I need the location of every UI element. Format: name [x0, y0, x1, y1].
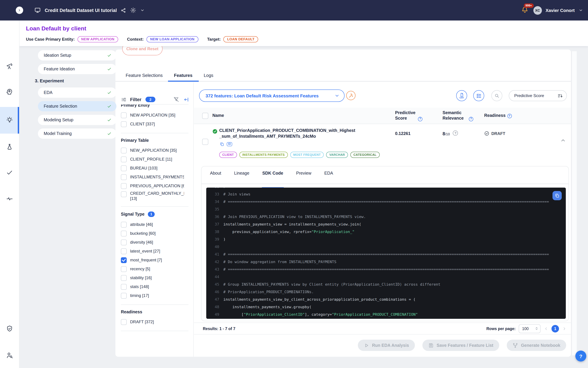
checkbox[interactable]: [121, 183, 127, 189]
save-features-button[interactable]: Save Features / Feature List: [422, 340, 499, 351]
relevance-help-icon[interactable]: ?: [453, 130, 458, 136]
column-header-predictive-score[interactable]: Predictive Score?: [395, 110, 422, 121]
telescope-icon[interactable]: [0, 59, 19, 74]
tab-feature-selections[interactable]: Feature Selections: [126, 69, 163, 81]
filter-option[interactable]: CLIENT_PROFILE [11]: [121, 155, 188, 164]
sidebar-expand-button[interactable]: [16, 7, 23, 14]
checkbox[interactable]: [121, 174, 127, 180]
collapse-row-chevron-icon[interactable]: [560, 137, 566, 144]
monitor-icon: [34, 7, 41, 14]
run-eda-analysis-button[interactable]: Run EDA Analysis: [358, 340, 415, 351]
rows-per-page-select[interactable]: 100: [519, 324, 541, 333]
copy-code-button[interactable]: [552, 191, 562, 200]
filter-option[interactable]: NEW_APPLICATION [35]: [121, 146, 188, 155]
next-page-button[interactable]: [562, 326, 567, 331]
checkbox-checked[interactable]: [121, 257, 127, 263]
chevron-down-icon[interactable]: [140, 8, 145, 13]
filter-option[interactable]: DRAFT [372]: [121, 317, 188, 326]
step-item-eda[interactable]: EDA: [38, 87, 116, 98]
select-all-checkbox[interactable]: [202, 113, 208, 119]
checkbox[interactable]: [121, 293, 127, 299]
prev-page-button[interactable]: [543, 326, 548, 331]
filter-option[interactable]: INSTALLMENTS_PAYMENTS: [121, 173, 188, 181]
sort-selector[interactable]: Predictive Score: [509, 90, 567, 101]
filter-option[interactable]: latest_event [27]: [121, 247, 188, 256]
filter-option[interactable]: NEW APPLICATION [35]: [121, 111, 188, 120]
detail-tab-lineage[interactable]: Lineage: [234, 171, 249, 184]
detail-tab-eda[interactable]: EDA: [324, 171, 333, 184]
column-header-name[interactable]: Name: [212, 113, 253, 118]
column-help-icon[interactable]: ?: [469, 117, 473, 121]
filter-option[interactable]: CREDIT_CARD_MONTHLY_B [13]: [121, 190, 188, 202]
checkbox[interactable]: [121, 121, 127, 127]
magic-wand-button[interactable]: [346, 91, 356, 100]
filter-option[interactable]: BUREAU [103]: [121, 164, 188, 173]
filter-option-label: stats [148]: [130, 284, 149, 289]
checkbox[interactable]: [121, 248, 127, 254]
current-page-button[interactable]: 1: [552, 325, 559, 332]
column-help-icon[interactable]: ?: [507, 114, 512, 118]
filter-option[interactable]: diversity [46]: [121, 238, 188, 247]
checkbox[interactable]: [121, 275, 127, 281]
table-row[interactable]: CLIENT_PriorApplication_PRODUCT_COMBINAT…: [194, 124, 571, 166]
brain-gear-icon[interactable]: [0, 84, 19, 99]
step-item-ideation-setup[interactable]: Ideation Setup: [38, 50, 116, 60]
flask-icon[interactable]: [0, 139, 19, 155]
search-button[interactable]: [491, 90, 502, 101]
filter-option[interactable]: timing [17]: [121, 291, 188, 300]
detail-tab-preview[interactable]: Preview: [296, 171, 312, 184]
checkbox[interactable]: [121, 191, 127, 197]
notifications-bell-icon[interactable]: 999+: [521, 6, 530, 15]
filter-option[interactable]: CLIENT [337]: [121, 120, 188, 129]
filter-option[interactable]: stability [16]: [121, 273, 188, 282]
user-menu-chevron-icon[interactable]: [579, 8, 583, 13]
checkbox[interactable]: [121, 239, 127, 245]
filter-option[interactable]: recency [5]: [121, 265, 188, 273]
check-icon[interactable]: [0, 165, 19, 180]
filter-option[interactable]: most_frequent [7]: [121, 256, 188, 265]
feature-list-dropdown[interactable]: 372 features: Loan Default Risk Assessme…: [199, 90, 345, 102]
feature-name[interactable]: CLIENT_PriorApplication_PRODUCT_COMBINAT…: [219, 128, 356, 139]
checkbox[interactable]: [121, 319, 127, 325]
filter-option[interactable]: attribute [46]: [121, 220, 188, 229]
checkbox[interactable]: [121, 222, 127, 228]
column-help-icon[interactable]: ?: [418, 117, 422, 121]
step-item-model-training[interactable]: Model Training: [38, 129, 116, 139]
detail-tab-about[interactable]: About: [210, 171, 221, 184]
detail-tab-sdk-code[interactable]: SDK Code: [262, 171, 283, 184]
step-item-modeling-setup[interactable]: Modeling Setup: [38, 115, 116, 125]
column-header-semantic-relevance[interactable]: Semantic Relevance?: [443, 110, 475, 121]
checkbox[interactable]: [121, 284, 127, 290]
clear-filter-icon[interactable]: [173, 96, 179, 102]
checkbox[interactable]: [121, 231, 127, 236]
share-icon[interactable]: [121, 7, 126, 13]
filter-option[interactable]: bucketing [60]: [121, 229, 188, 238]
scrollbar-track[interactable]: [572, 51, 577, 355]
shield-check-icon[interactable]: [0, 321, 19, 336]
export-csv-button[interactable]: CSV: [456, 90, 467, 101]
avatar[interactable]: XC: [533, 6, 542, 15]
filter-option[interactable]: stats [148]: [121, 282, 188, 291]
checkbox[interactable]: [121, 112, 127, 118]
step-item-feature-selection[interactable]: Feature Selection: [38, 101, 116, 111]
copy-icon[interactable]: [220, 142, 224, 147]
checkbox[interactable]: [121, 165, 127, 171]
tab-logs[interactable]: Logs: [204, 69, 213, 81]
checkbox[interactable]: [121, 156, 127, 162]
filter-option[interactable]: PREVIOUS_APPLICATION [6: [121, 181, 188, 190]
checkbox[interactable]: [121, 147, 127, 153]
id-badge-icon[interactable]: ID: [227, 142, 232, 147]
user-search-icon[interactable]: [0, 348, 19, 363]
step-item-feature-ideation[interactable]: Feature Ideation: [38, 64, 116, 74]
gear-icon[interactable]: [130, 7, 136, 13]
collapse-filter-icon[interactable]: [183, 97, 189, 102]
column-header-readiness[interactable]: Readiness?: [484, 113, 525, 118]
row-checkbox[interactable]: [202, 139, 208, 145]
lightbulb-icon[interactable]: [0, 107, 19, 134]
help-button[interactable]: ?: [575, 350, 586, 361]
tab-features[interactable]: Features: [174, 69, 192, 81]
pulse-icon[interactable]: [0, 191, 19, 206]
generate-notebook-button[interactable]: Generate Notebook: [507, 340, 566, 351]
checklist-button[interactable]: [473, 90, 484, 101]
checkbox[interactable]: [121, 266, 127, 272]
